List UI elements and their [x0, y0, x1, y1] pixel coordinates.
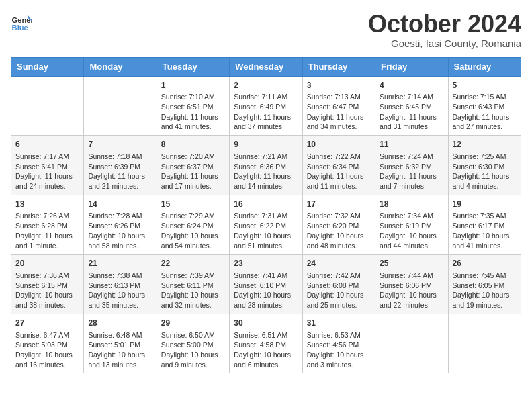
sunset-text: Sunset: 6:45 PM: [380, 103, 432, 111]
sunrise-text: Sunrise: 6:47 AM: [15, 331, 69, 339]
daylight-text: Daylight: 11 hours and 17 minutes.: [161, 172, 218, 190]
day-number: 16: [234, 199, 298, 210]
sunset-text: Sunset: 4:56 PM: [307, 340, 359, 349]
calendar-cell: 21Sunrise: 7:38 AMSunset: 6:13 PMDayligh…: [84, 255, 157, 314]
daylight-text: Daylight: 11 hours and 37 minutes.: [234, 113, 291, 131]
sunset-text: Sunset: 6:51 PM: [161, 103, 214, 111]
sunset-text: Sunset: 6:24 PM: [161, 222, 214, 230]
calendar-week-row: 13Sunrise: 7:26 AMSunset: 6:28 PMDayligh…: [11, 195, 521, 255]
calendar-cell: 13Sunrise: 7:26 AMSunset: 6:28 PMDayligh…: [11, 195, 84, 255]
sunset-text: Sunset: 6:34 PM: [307, 163, 359, 171]
sunrise-text: Sunrise: 7:10 AM: [161, 93, 215, 101]
sunrise-text: Sunrise: 7:13 AM: [307, 93, 361, 101]
calendar-cell: 24Sunrise: 7:42 AMSunset: 6:08 PMDayligh…: [302, 255, 375, 314]
day-number: 22: [161, 258, 225, 269]
day-header: Saturday: [448, 57, 521, 76]
daylight-text: Daylight: 10 hours and 13 minutes.: [88, 351, 145, 369]
sunset-text: Sunset: 6:20 PM: [307, 222, 359, 230]
daylight-text: Daylight: 10 hours and 22 minutes.: [380, 291, 437, 309]
day-number: 2: [234, 80, 298, 91]
calendar-cell: 29Sunrise: 6:50 AMSunset: 5:00 PMDayligh…: [157, 314, 229, 373]
day-header: Wednesday: [230, 57, 302, 76]
day-header: Monday: [84, 57, 157, 76]
daylight-text: Daylight: 11 hours and 31 minutes.: [380, 113, 437, 131]
calendar-cell: 3Sunrise: 7:13 AMSunset: 6:47 PMDaylight…: [302, 76, 375, 136]
calendar-cell: 7Sunrise: 7:18 AMSunset: 6:39 PMDaylight…: [84, 136, 157, 195]
day-number: 15: [161, 199, 225, 210]
calendar-cell: 16Sunrise: 7:31 AMSunset: 6:22 PMDayligh…: [230, 195, 302, 255]
daylight-text: Daylight: 10 hours and 19 minutes.: [453, 291, 510, 309]
sunset-text: Sunset: 6:05 PM: [453, 281, 505, 289]
daylight-text: Daylight: 10 hours and 3 minutes.: [307, 351, 364, 369]
calendar-cell: 19Sunrise: 7:35 AMSunset: 6:17 PMDayligh…: [448, 195, 521, 255]
day-number: 5: [453, 80, 517, 91]
sunset-text: Sunset: 6:19 PM: [380, 222, 432, 230]
calendar-week-row: 27Sunrise: 6:47 AMSunset: 5:03 PMDayligh…: [11, 314, 521, 373]
svg-text:Blue: Blue: [12, 24, 28, 32]
day-number: 4: [380, 80, 443, 91]
sunrise-text: Sunrise: 7:41 AM: [234, 271, 287, 279]
day-number: 27: [15, 318, 79, 329]
sunrise-text: Sunrise: 7:20 AM: [161, 152, 215, 161]
sunset-text: Sunset: 5:03 PM: [15, 340, 68, 349]
page-header: General Blue October 2024 Goesti, Iasi C…: [11, 11, 521, 49]
month-title: October 2024: [368, 11, 521, 38]
sunrise-text: Sunrise: 7:25 AM: [453, 152, 506, 161]
sunset-text: Sunset: 6:11 PM: [161, 281, 214, 289]
day-number: 19: [453, 199, 517, 210]
sunrise-text: Sunrise: 7:45 AM: [453, 271, 506, 279]
daylight-text: Daylight: 11 hours and 41 minutes.: [161, 113, 218, 131]
day-number: 12: [453, 139, 517, 150]
sunset-text: Sunset: 5:00 PM: [161, 340, 214, 349]
sunrise-text: Sunrise: 7:28 AM: [88, 212, 142, 220]
calendar-cell: 8Sunrise: 7:20 AMSunset: 6:37 PMDaylight…: [157, 136, 229, 195]
daylight-text: Daylight: 11 hours and 24 minutes.: [15, 172, 73, 190]
sunset-text: Sunset: 6:17 PM: [453, 222, 505, 230]
sunrise-text: Sunrise: 6:50 AM: [161, 331, 215, 339]
logo: General Blue: [11, 11, 32, 32]
daylight-text: Daylight: 10 hours and 25 minutes.: [307, 291, 364, 309]
calendar-cell: 23Sunrise: 7:41 AMSunset: 6:10 PMDayligh…: [230, 255, 302, 314]
daylight-text: Daylight: 10 hours and 9 minutes.: [161, 351, 218, 369]
calendar-cell: 18Sunrise: 7:34 AMSunset: 6:19 PMDayligh…: [375, 195, 448, 255]
calendar-cell: 27Sunrise: 6:47 AMSunset: 5:03 PMDayligh…: [11, 314, 84, 373]
calendar-cell: 1Sunrise: 7:10 AMSunset: 6:51 PMDaylight…: [157, 76, 229, 136]
sunset-text: Sunset: 6:15 PM: [15, 281, 68, 289]
day-number: 13: [15, 199, 79, 210]
sunrise-text: Sunrise: 7:26 AM: [15, 212, 69, 220]
calendar-cell: 20Sunrise: 7:36 AMSunset: 6:15 PMDayligh…: [11, 255, 84, 314]
day-number: 26: [453, 258, 517, 269]
sunset-text: Sunset: 6:36 PM: [234, 163, 286, 171]
sunrise-text: Sunrise: 7:17 AM: [15, 152, 69, 161]
calendar-table: SundayMondayTuesdayWednesdayThursdayFrid…: [11, 57, 521, 374]
sunset-text: Sunset: 6:43 PM: [453, 103, 505, 111]
sunrise-text: Sunrise: 7:36 AM: [15, 271, 69, 279]
calendar-cell: 31Sunrise: 6:53 AMSunset: 4:56 PMDayligh…: [302, 314, 375, 373]
sunrise-text: Sunrise: 6:51 AM: [234, 331, 287, 339]
daylight-text: Daylight: 10 hours and 38 minutes.: [15, 291, 73, 309]
day-number: 31: [307, 318, 371, 329]
day-header: Tuesday: [157, 57, 229, 76]
sunset-text: Sunset: 6:28 PM: [15, 222, 68, 230]
title-block: October 2024 Goesti, Iasi County, Romani…: [368, 11, 521, 49]
sunset-text: Sunset: 6:49 PM: [234, 103, 286, 111]
day-number: 10: [307, 139, 371, 150]
sunrise-text: Sunrise: 7:21 AM: [234, 152, 287, 161]
day-number: 24: [307, 258, 371, 269]
calendar-week-row: 20Sunrise: 7:36 AMSunset: 6:15 PMDayligh…: [11, 255, 521, 314]
sunset-text: Sunset: 6:08 PM: [307, 281, 359, 289]
sunset-text: Sunset: 6:26 PM: [88, 222, 140, 230]
sunrise-text: Sunrise: 6:53 AM: [307, 331, 361, 339]
day-number: 29: [161, 318, 225, 329]
sunrise-text: Sunrise: 7:32 AM: [307, 212, 361, 220]
day-number: 23: [234, 258, 298, 269]
calendar-cell: 28Sunrise: 6:48 AMSunset: 5:01 PMDayligh…: [84, 314, 157, 373]
sunset-text: Sunset: 6:41 PM: [15, 163, 68, 171]
calendar-cell: 4Sunrise: 7:14 AMSunset: 6:45 PMDaylight…: [375, 76, 448, 136]
calendar-cell: 12Sunrise: 7:25 AMSunset: 6:30 PMDayligh…: [448, 136, 521, 195]
sunrise-text: Sunrise: 7:35 AM: [453, 212, 506, 220]
sunrise-text: Sunrise: 7:42 AM: [307, 271, 361, 279]
sunrise-text: Sunrise: 7:14 AM: [380, 93, 433, 101]
day-number: 18: [380, 199, 443, 210]
daylight-text: Daylight: 10 hours and 54 minutes.: [161, 232, 218, 250]
